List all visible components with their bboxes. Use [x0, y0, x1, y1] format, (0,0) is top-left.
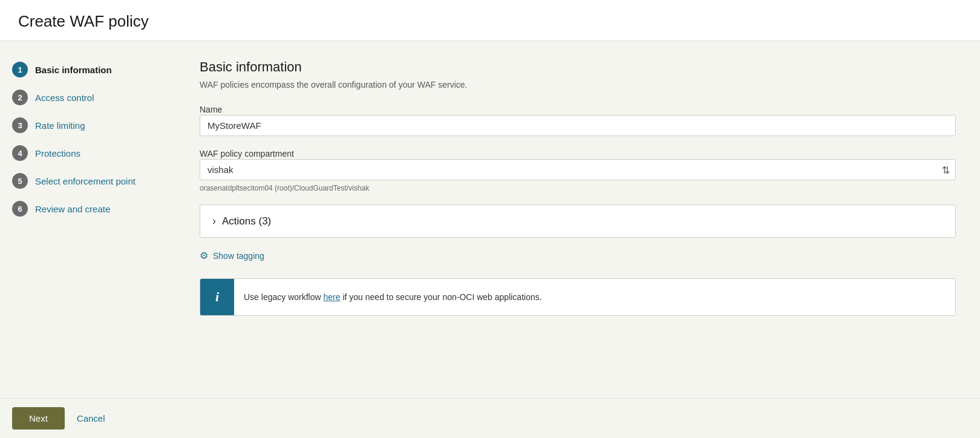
accordion-header[interactable]: › Actions (3) — [200, 205, 955, 237]
main-layout: 1 Basic information 2 Access control 3 R… — [0, 41, 980, 398]
cancel-button[interactable]: Cancel — [77, 413, 105, 423]
sidebar-item-label-basic-information: Basic information — [35, 65, 112, 75]
step-badge-5: 5 — [12, 173, 28, 189]
step-badge-1: 1 — [12, 62, 28, 77]
name-input[interactable] — [200, 115, 956, 136]
sidebar-item-label-rate-limiting: Rate limiting — [35, 120, 85, 131]
step-badge-3: 3 — [12, 117, 28, 133]
sidebar-item-review-and-create[interactable]: 6 Review and create — [0, 195, 175, 223]
compartment-label: WAF policy compartment — [200, 149, 294, 159]
sidebar-item-label-select-enforcement-point: Select enforcement point — [35, 176, 136, 186]
compartment-select[interactable]: vishak — [200, 159, 956, 180]
chevron-right-icon: › — [212, 215, 216, 227]
actions-accordion: › Actions (3) — [200, 204, 956, 238]
sidebar-item-protections[interactable]: 4 Protections — [0, 139, 175, 167]
sidebar-item-select-enforcement-point[interactable]: 5 Select enforcement point — [0, 167, 175, 195]
sidebar-item-rate-limiting[interactable]: 3 Rate limiting — [0, 111, 175, 139]
sidebar-item-access-control[interactable]: 2 Access control — [0, 83, 175, 111]
compartment-select-wrapper: vishak ⇅ — [200, 159, 956, 180]
info-banner: i Use legacy workflow here if you need t… — [200, 278, 956, 316]
tagging-icon: ⚙ — [200, 250, 208, 261]
step-badge-2: 2 — [12, 90, 28, 105]
section-title: Basic information — [200, 59, 956, 75]
sidebar: 1 Basic information 2 Access control 3 R… — [0, 41, 175, 398]
sidebar-item-basic-information[interactable]: 1 Basic information — [0, 56, 175, 83]
name-label: Name — [200, 105, 222, 114]
content-area: Basic information WAF policies encompass… — [175, 41, 980, 398]
accordion-title: Actions (3) — [222, 215, 271, 227]
sidebar-item-label-protections: Protections — [35, 148, 80, 159]
page-header: Create WAF policy — [0, 0, 980, 41]
compartment-path: orasenatdpltsecitom04 (root)/CloudGuardT… — [200, 184, 956, 192]
sidebar-item-label-review-and-create: Review and create — [35, 204, 110, 214]
info-text-suffix: if you need to secure your non-OCI web a… — [341, 292, 542, 302]
footer: Next Cancel — [0, 398, 980, 438]
next-button[interactable]: Next — [12, 407, 65, 430]
sidebar-item-label-access-control: Access control — [35, 93, 94, 103]
step-badge-6: 6 — [12, 201, 28, 217]
info-icon: i — [215, 289, 219, 305]
section-description: WAF policies encompass the overall confi… — [200, 80, 956, 90]
info-icon-box: i — [200, 279, 234, 315]
page-title: Create WAF policy — [18, 12, 962, 31]
info-banner-text: Use legacy workflow here if you need to … — [244, 284, 550, 310]
tagging-link-label: Show tagging — [213, 251, 264, 261]
step-badge-4: 4 — [12, 145, 28, 161]
show-tagging-link[interactable]: ⚙ Show tagging — [200, 250, 956, 261]
info-text-prefix: Use legacy workflow — [244, 292, 324, 302]
info-link[interactable]: here — [324, 292, 341, 302]
